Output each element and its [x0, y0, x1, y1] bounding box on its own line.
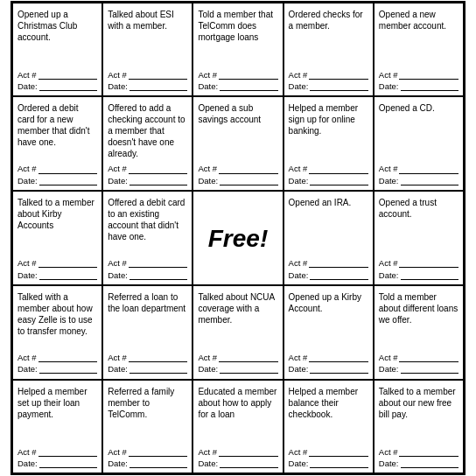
act-label-18: Act # [289, 353, 308, 363]
date-underline-10[interactable] [39, 271, 97, 280]
cell-fields-23: Act #Date: [289, 446, 368, 470]
date-underline-15[interactable] [39, 365, 97, 374]
act-underline-16[interactable] [129, 354, 188, 362]
date-label-7: Date: [198, 176, 218, 186]
date-underline-4[interactable] [401, 82, 458, 91]
cell-text-20: Helped a member set up their loan paymen… [18, 386, 97, 443]
act-line-19: Act # [379, 353, 458, 363]
date-label-22: Date: [198, 458, 218, 469]
act-line-24: Act # [379, 447, 458, 458]
date-label-16: Date: [108, 364, 128, 374]
cell-text-2: Told a member that TelComm does mortgage… [198, 9, 277, 66]
act-underline-6[interactable] [129, 165, 188, 174]
act-line-23: Act # [289, 447, 368, 458]
cell-fields-22: Act #Date: [198, 446, 277, 470]
act-underline-4[interactable] [399, 71, 458, 80]
date-line-17: Date: [198, 364, 277, 374]
act-underline-22[interactable] [219, 448, 278, 457]
date-underline-18[interactable] [310, 365, 368, 374]
act-line-22: Act # [198, 447, 277, 458]
cell-fields-10: Act #Date: [18, 257, 97, 281]
bingo-cell-10: Talked to a member about Kirby AccountsA… [12, 191, 102, 285]
act-underline-19[interactable] [399, 354, 458, 362]
cell-fields-19: Act #Date: [379, 352, 458, 375]
bingo-cell-2: Told a member that TelComm does mortgage… [192, 3, 283, 97]
date-line-9: Date: [379, 176, 458, 186]
date-line-2: Date: [198, 81, 277, 92]
date-label-5: Date: [18, 176, 38, 186]
date-underline-8[interactable] [310, 177, 368, 186]
cell-fields-2: Act #Date: [198, 69, 277, 93]
act-label-9: Act # [379, 164, 398, 174]
date-underline-7[interactable] [220, 177, 277, 186]
act-underline-10[interactable] [38, 259, 98, 268]
act-underline-1[interactable] [129, 71, 188, 80]
act-underline-11[interactable] [129, 259, 188, 268]
act-underline-15[interactable] [38, 354, 98, 362]
act-underline-8[interactable] [309, 165, 368, 174]
act-underline-5[interactable] [38, 165, 98, 174]
date-label-4: Date: [379, 81, 399, 92]
date-underline-6[interactable] [130, 177, 187, 186]
date-underline-3[interactable] [310, 82, 368, 91]
date-line-1: Date: [108, 81, 187, 92]
bingo-cell-21: Referred a family member to TelComm.Act … [102, 380, 192, 474]
date-underline-9[interactable] [401, 177, 458, 186]
act-line-5: Act # [18, 164, 97, 174]
date-label-19: Date: [379, 364, 399, 374]
date-underline-22[interactable] [220, 459, 277, 468]
act-underline-17[interactable] [219, 354, 278, 362]
act-line-18: Act # [289, 353, 368, 363]
date-underline-21[interactable] [130, 459, 187, 468]
date-underline-23[interactable] [310, 459, 368, 468]
date-underline-17[interactable] [220, 365, 277, 374]
date-line-15: Date: [18, 364, 97, 374]
cell-text-11: Offered a debit card to an existing acco… [108, 197, 187, 254]
date-underline-13[interactable] [310, 271, 368, 280]
date-underline-1[interactable] [130, 82, 187, 91]
act-line-8: Act # [289, 164, 368, 174]
act-label-22: Act # [198, 447, 217, 458]
act-underline-24[interactable] [399, 448, 458, 457]
bingo-cell-7: Opened a sub savings accountAct #Date: [192, 96, 283, 191]
cell-fields-15: Act #Date: [18, 352, 97, 375]
act-underline-14[interactable] [399, 259, 458, 268]
cell-fields-24: Act #Date: [379, 446, 458, 470]
date-underline-2[interactable] [220, 82, 277, 91]
act-underline-3[interactable] [309, 71, 368, 80]
date-underline-11[interactable] [130, 271, 187, 280]
cell-fields-6: Act #Date: [108, 163, 187, 186]
bingo-cell-8: Helped a member sign up for online banki… [284, 96, 374, 191]
date-line-13: Date: [289, 270, 368, 281]
date-underline-24[interactable] [401, 459, 458, 468]
bingo-cell-4: Opened a new member account.Act #Date: [374, 3, 464, 97]
date-label-10: Date: [18, 270, 38, 281]
act-underline-2[interactable] [219, 71, 278, 80]
act-underline-21[interactable] [129, 448, 188, 457]
bingo-cell-12: Free! [192, 191, 283, 285]
act-underline-18[interactable] [309, 354, 368, 362]
cell-fields-3: Act #Date: [289, 69, 368, 93]
date-underline-5[interactable] [39, 177, 97, 186]
cell-text-18: Opened up a Kirby Account. [289, 291, 368, 348]
cell-text-0: Opened up a Christmas Club account. [18, 9, 97, 66]
date-line-0: Date: [18, 81, 97, 92]
date-underline-16[interactable] [130, 365, 187, 374]
act-underline-7[interactable] [219, 165, 278, 174]
act-underline-20[interactable] [38, 448, 98, 457]
bingo-cell-24: Talked to a member about our new free bi… [374, 380, 464, 474]
cell-fields-7: Act #Date: [198, 163, 277, 186]
bingo-cell-22: Educated a member about how to apply for… [192, 380, 283, 474]
date-underline-19[interactable] [401, 365, 458, 374]
act-underline-23[interactable] [309, 448, 368, 457]
date-label-0: Date: [18, 81, 38, 92]
date-underline-0[interactable] [39, 82, 97, 91]
date-line-21: Date: [108, 458, 187, 469]
cell-text-6: Offered to add a checking account to a m… [108, 102, 187, 159]
cell-text-23: Helped a member balance their checkbook. [289, 386, 368, 443]
act-underline-0[interactable] [38, 71, 98, 80]
date-underline-20[interactable] [39, 459, 97, 468]
act-underline-9[interactable] [399, 165, 458, 174]
act-underline-13[interactable] [309, 259, 368, 268]
date-underline-14[interactable] [401, 271, 458, 280]
